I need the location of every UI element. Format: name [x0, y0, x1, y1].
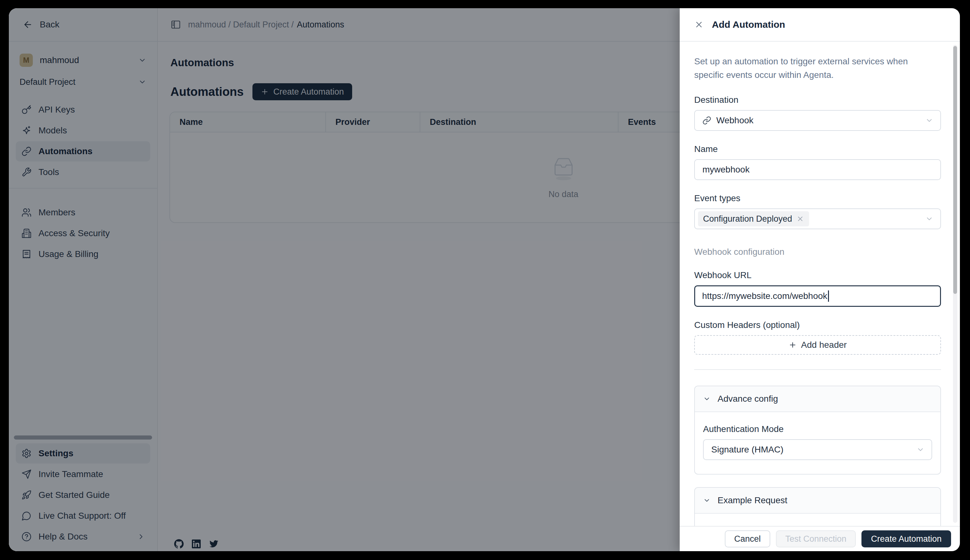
chevron-down-icon: [703, 497, 711, 504]
advance-config-panel: Advance config Authentication Mode Signa…: [694, 386, 941, 475]
webhook-url-input[interactable]: https://mywebsite.com/webhook: [694, 285, 941, 307]
event-types-label: Event types: [694, 193, 940, 203]
close-icon[interactable]: [694, 20, 704, 29]
create-automation-submit-button[interactable]: Create Automation: [861, 530, 951, 547]
webhook-configuration-label: Webhook configuration: [694, 247, 940, 257]
destination-value: Webhook: [716, 115, 754, 125]
drawer-scrollbar[interactable]: [953, 45, 957, 523]
event-type-tag-label: Configuration Deployed: [703, 214, 792, 224]
custom-headers-label: Custom Headers (optional): [694, 320, 940, 330]
app-window: Back M mahmoud Default Project: [9, 8, 960, 551]
chevron-down-icon: [925, 215, 933, 223]
event-type-tag: Configuration Deployed: [698, 211, 809, 227]
event-types-select[interactable]: Configuration Deployed: [694, 208, 941, 229]
example-request-panel: Example Request EXAMPLE HTTP REQUEST POS…: [694, 487, 941, 526]
link-icon: [702, 116, 711, 125]
chevron-down-icon: [703, 395, 711, 403]
add-header-label: Add header: [801, 340, 847, 350]
destination-select[interactable]: Webhook: [694, 110, 941, 131]
name-label: Name: [694, 144, 940, 154]
destination-label: Destination: [694, 95, 940, 105]
test-connection-button[interactable]: Test Connection: [776, 530, 856, 547]
drawer-header: Add Automation: [680, 8, 960, 42]
plus-icon: [789, 341, 797, 349]
chevron-down-icon: [916, 445, 925, 454]
add-automation-drawer: Add Automation Set up an automation to t…: [680, 8, 960, 551]
authentication-mode-label: Authentication Mode: [703, 424, 932, 434]
chevron-down-icon: [925, 117, 933, 125]
name-input[interactable]: [694, 159, 941, 180]
drawer-description: Set up an automation to trigger external…: [694, 55, 934, 82]
advance-config-title: Advance config: [717, 394, 778, 404]
add-header-button[interactable]: Add header: [694, 335, 941, 355]
authentication-mode-value: Signature (HMAC): [711, 445, 784, 455]
section-divider: [694, 369, 941, 370]
drawer-body: Set up an automation to trigger external…: [680, 42, 960, 526]
text-caret: [828, 290, 829, 302]
webhook-url-value: https://mywebsite.com/webhook: [702, 291, 827, 301]
authentication-mode-select[interactable]: Signature (HMAC): [703, 439, 932, 460]
remove-tag-icon[interactable]: [796, 215, 804, 223]
drawer-scrollbar-thumb[interactable]: [953, 46, 957, 294]
example-request-header[interactable]: Example Request: [695, 488, 940, 513]
drawer-footer: Cancel Test Connection Create Automation: [680, 526, 960, 551]
advance-config-header[interactable]: Advance config: [695, 386, 940, 412]
cancel-button[interactable]: Cancel: [725, 530, 770, 547]
drawer-title: Add Automation: [712, 19, 785, 30]
webhook-url-label: Webhook URL: [694, 270, 940, 280]
example-request-title: Example Request: [717, 495, 787, 505]
